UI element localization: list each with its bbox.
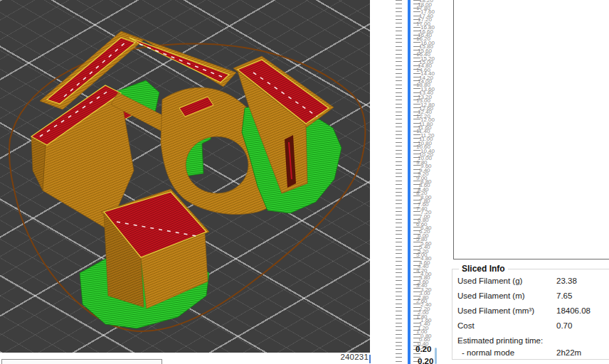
sliced-info-label: Estimated printing time: — [457, 336, 543, 345]
sliced-info-row: Used Filament (m)7.65 — [452, 289, 609, 304]
layer-slider-thumb[interactable] — [435, 348, 437, 364]
text-caret — [369, 355, 371, 363]
sliced-info-label: Used Filament (mm³) — [457, 306, 534, 315]
sliced-info-label: Cost — [457, 321, 475, 330]
sliced-model-render — [0, 0, 370, 353]
sliced-info-value: 23.38 — [556, 277, 577, 285]
sliced-info-row: Cost0.70 — [452, 319, 609, 334]
sliced-info-row: - normal mode2h22m — [452, 346, 609, 358]
info-box — [453, 0, 609, 259]
gcode-preview-canvas[interactable] — [0, 0, 370, 353]
right-panel: Sliced Info Used Filament (g)23.38Used F… — [448, 0, 609, 364]
current-layer-value: 0.20 — [415, 345, 431, 353]
sliced-info-value: 0.70 — [556, 321, 572, 330]
layer-slider[interactable]: 0.200.400.600.801.001.201.401.601.802.00… — [393, 0, 453, 364]
layer-ticks-left — [396, 0, 402, 364]
status-readout: 240231 — [332, 353, 369, 361]
sliced-info-rows: Used Filament (g)23.38Used Filament (m)7… — [452, 274, 609, 358]
bottom-layer-value: 0.20 — [418, 357, 433, 364]
sliced-info-label: Used Filament (m) — [457, 291, 525, 300]
sliced-info-value: 7.65 — [556, 291, 572, 300]
sliced-info-value: 2h22m — [556, 348, 581, 357]
left-wall-side — [31, 136, 46, 191]
sliced-info-row: Estimated printing time: — [452, 334, 609, 346]
horizontal-move-slider[interactable] — [1, 359, 162, 364]
sliced-info-title: Sliced Info — [459, 264, 508, 274]
sliced-info-value: 18406.08 — [556, 306, 591, 315]
sliced-info-row: Used Filament (g)23.38 — [452, 274, 609, 289]
layer-tick-label: 18.20 — [419, 0, 433, 4]
layer-slider-track[interactable] — [408, 0, 411, 364]
sliced-info-row: Used Filament (mm³)18406.08 — [452, 304, 609, 319]
sliced-info-label: Used Filament (g) — [457, 277, 522, 285]
sliced-info-groupbox: Sliced Info Used Filament (g)23.38Used F… — [452, 269, 609, 360]
sliced-info-label: - normal mode — [462, 348, 514, 357]
